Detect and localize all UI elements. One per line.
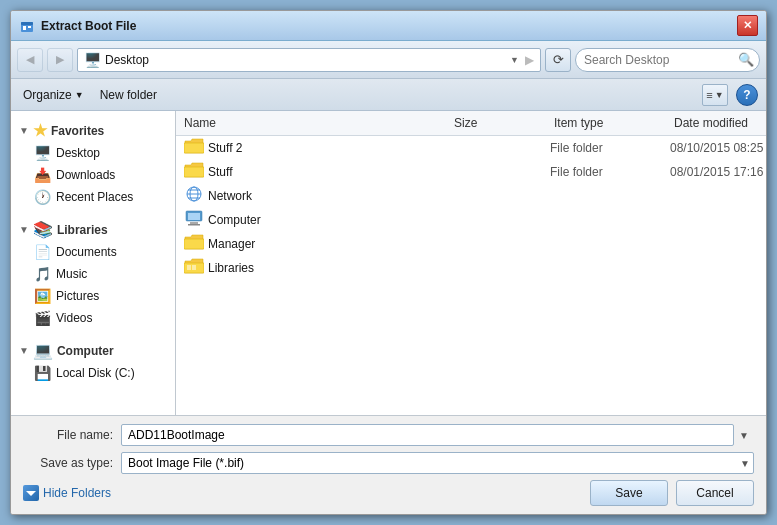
sidebar-item-label: Videos	[56, 311, 92, 325]
right-panel: Name Size Item type Date modified Stuff …	[176, 111, 766, 415]
cancel-label: Cancel	[696, 486, 733, 500]
filename-label: File name:	[23, 428, 113, 442]
address-icon: 🖥️	[84, 52, 101, 68]
col-header-size[interactable]: Size	[446, 114, 546, 132]
dialog-icon	[19, 18, 35, 34]
bottom-area: File name: ▼ Save as type: Boot Image Fi…	[11, 415, 766, 514]
svg-rect-12	[188, 224, 200, 226]
sidebar-item-documents[interactable]: 📄 Documents	[11, 241, 175, 263]
localdisk-icon: 💾	[33, 365, 51, 381]
sidebar-item-localdisk[interactable]: 💾 Local Disk (C:)	[11, 362, 175, 384]
title-bar: Extract Boot File ✕	[11, 11, 766, 41]
computer-header[interactable]: ▼ 💻 Computer	[11, 337, 175, 362]
new-folder-label: New folder	[100, 88, 157, 102]
file-name: Stuff	[208, 165, 450, 179]
hide-folders-label: Hide Folders	[43, 486, 111, 500]
savetype-wrapper: Boot Image File (*.bif) ▼	[121, 452, 754, 474]
favorites-label: Favorites	[51, 124, 104, 138]
savetype-select[interactable]: Boot Image File (*.bif)	[121, 452, 754, 474]
file-name: Computer	[208, 213, 450, 227]
file-list: Stuff 2 File folder 08/10/2015 08:25 Stu…	[176, 136, 766, 415]
sidebar-item-music[interactable]: 🎵 Music	[11, 263, 175, 285]
list-item[interactable]: Network	[176, 184, 766, 208]
file-name: Network	[208, 189, 450, 203]
list-item[interactable]: Manager	[176, 232, 766, 256]
help-button[interactable]: ?	[736, 84, 758, 106]
filename-input[interactable]	[121, 424, 734, 446]
sidebar-item-label: Downloads	[56, 168, 115, 182]
documents-icon: 📄	[33, 244, 51, 260]
address-bar[interactable]: 🖥️ Desktop ▼ ▶	[77, 48, 541, 72]
search-box: 🔍	[575, 48, 760, 72]
svg-rect-13	[187, 265, 191, 270]
savetype-label: Save as type:	[23, 456, 113, 470]
libraries-icon	[184, 258, 204, 278]
cancel-button[interactable]: Cancel	[676, 480, 754, 506]
address-dropdown-icon[interactable]: ▼	[510, 55, 519, 65]
list-item[interactable]: Computer	[176, 208, 766, 232]
search-icon[interactable]: 🔍	[738, 52, 754, 67]
computer-icon: 💻	[33, 341, 53, 360]
view-button[interactable]: ≡ ▼	[702, 84, 728, 106]
list-item[interactable]: Stuff File folder 08/01/2015 17:16	[176, 160, 766, 184]
sidebar-item-label: Desktop	[56, 146, 100, 160]
folder-icon	[184, 162, 204, 182]
sidebar-item-label: Documents	[56, 245, 117, 259]
address-text: Desktop	[105, 53, 506, 67]
file-name: Manager	[208, 237, 450, 251]
favorites-header[interactable]: ▼ ★ Favorites	[11, 117, 175, 142]
computer-arrow: ▼	[19, 345, 29, 356]
forward-button[interactable]: ▶	[47, 48, 73, 72]
favorites-arrow: ▼	[19, 125, 29, 136]
back-button[interactable]: ◀	[17, 48, 43, 72]
network-icon	[184, 186, 204, 206]
sidebar-item-pictures[interactable]: 🖼️ Pictures	[11, 285, 175, 307]
sidebar-item-label: Pictures	[56, 289, 99, 303]
file-type: File folder	[550, 165, 670, 179]
pictures-icon: 🖼️	[33, 288, 51, 304]
main-content: ▼ ★ Favorites 🖥️ Desktop 📥 Downloads 🕐 R…	[11, 111, 766, 415]
search-input[interactable]	[584, 53, 734, 67]
organize-toolbar: Organize ▼ New folder ≡ ▼ ?	[11, 79, 766, 111]
organize-button[interactable]: Organize ▼	[19, 84, 88, 106]
hide-folders-button[interactable]: Hide Folders	[23, 485, 111, 501]
file-date: 08/01/2015 17:16	[670, 165, 766, 179]
downloads-icon: 📥	[33, 167, 51, 183]
new-folder-button[interactable]: New folder	[96, 84, 161, 106]
col-header-date[interactable]: Date modified	[666, 114, 766, 132]
file-name: Stuff 2	[208, 141, 450, 155]
sidebar-item-videos[interactable]: 🎬 Videos	[11, 307, 175, 329]
refresh-button[interactable]: ⟳	[545, 48, 571, 72]
libraries-icon: 📚	[33, 220, 53, 239]
sidebar-item-label: Music	[56, 267, 87, 281]
col-header-name[interactable]: Name	[176, 114, 446, 132]
list-item[interactable]: Stuff 2 File folder 08/10/2015 08:25	[176, 136, 766, 160]
view-icon: ≡	[706, 89, 712, 101]
filename-dropdown-btn[interactable]: ▼	[734, 430, 754, 441]
sidebar-item-label: Local Disk (C:)	[56, 366, 135, 380]
filename-row: File name: ▼	[23, 424, 754, 446]
organize-label: Organize	[23, 88, 72, 102]
sidebar-item-downloads[interactable]: 📥 Downloads	[11, 164, 175, 186]
bottom-row: Hide Folders Save Cancel	[23, 480, 754, 506]
left-panel: ▼ ★ Favorites 🖥️ Desktop 📥 Downloads 🕐 R…	[11, 111, 176, 415]
sidebar-item-recent[interactable]: 🕐 Recent Places	[11, 186, 175, 208]
svg-rect-11	[190, 222, 198, 224]
recent-icon: 🕐	[33, 189, 51, 205]
close-button[interactable]: ✕	[737, 15, 758, 36]
folder-icon	[184, 138, 204, 158]
save-label: Save	[615, 486, 642, 500]
action-buttons: Save Cancel	[590, 480, 754, 506]
save-button[interactable]: Save	[590, 480, 668, 506]
help-label: ?	[743, 88, 750, 102]
address-toolbar: ◀ ▶ 🖥️ Desktop ▼ ▶ ⟳ 🔍	[11, 41, 766, 79]
list-item[interactable]: Libraries	[176, 256, 766, 280]
file-name: Libraries	[208, 261, 450, 275]
sidebar-item-desktop[interactable]: 🖥️ Desktop	[11, 142, 175, 164]
dialog-title: Extract Boot File	[41, 19, 737, 33]
hide-folders-icon	[23, 485, 39, 501]
address-separator: ▶	[525, 53, 534, 67]
col-header-type[interactable]: Item type	[546, 114, 666, 132]
libraries-header[interactable]: ▼ 📚 Libraries	[11, 216, 175, 241]
file-type: File folder	[550, 141, 670, 155]
